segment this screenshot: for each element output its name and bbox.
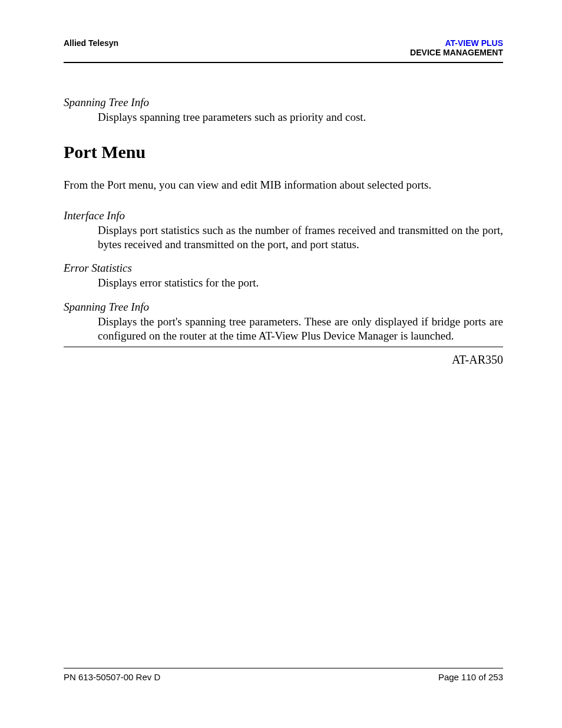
error-statistics-desc: Displays error statistics for the port. (98, 276, 503, 290)
error-statistics-term: Error Statistics (64, 262, 503, 275)
footer-part-number: PN 613-50507-00 Rev D (64, 672, 160, 682)
spanning-tree-info-desc-top: Displays spanning tree parameters such a… (98, 110, 503, 124)
page-footer: PN 613-50507-00 Rev D Page 110 of 253 (64, 668, 503, 682)
header-product-name: AT-VIEW PLUS (410, 38, 503, 48)
device-model-label: AT-AR350 (64, 353, 503, 367)
port-menu-heading: Port Menu (64, 142, 503, 162)
spanning-tree-info-desc-bottom: Displays the port's spanning tree parame… (98, 315, 503, 343)
header-right: AT-VIEW PLUS DEVICE MANAGEMENT (410, 38, 503, 57)
page-header: Allied Telesyn AT-VIEW PLUS DEVICE MANAG… (64, 38, 503, 63)
header-left-brand: Allied Telesyn (64, 38, 118, 48)
header-section-name: DEVICE MANAGEMENT (410, 48, 503, 57)
interface-info-term: Interface Info (64, 209, 503, 222)
port-menu-intro: From the Port menu, you can view and edi… (64, 179, 503, 192)
interface-info-desc: Displays port statistics such as the num… (98, 223, 503, 252)
footer-page-number: Page 110 of 253 (438, 672, 503, 682)
spanning-tree-info-term-bottom: Spanning Tree Info (64, 301, 503, 314)
section-divider (64, 347, 503, 347)
spanning-tree-info-term-top: Spanning Tree Info (64, 96, 503, 109)
